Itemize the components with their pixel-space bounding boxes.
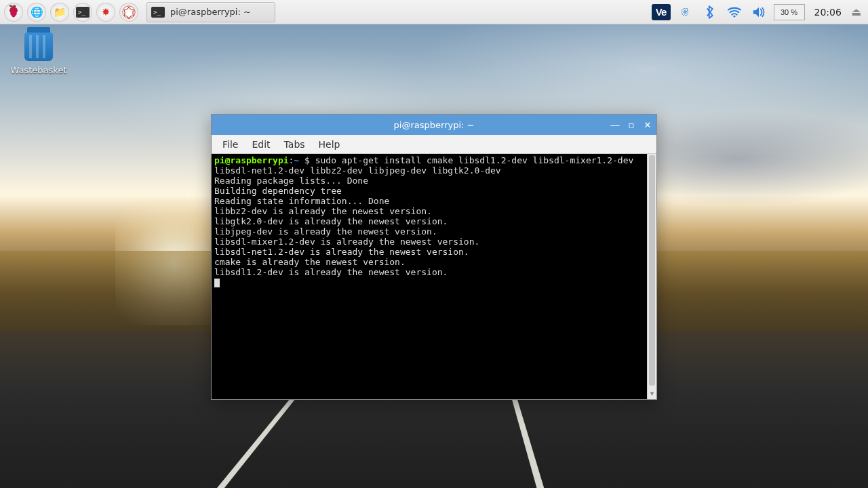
bluetooth-icon[interactable] bbox=[701, 4, 719, 20]
wifi-icon[interactable] bbox=[725, 4, 744, 20]
terminal-launcher-icon[interactable]: >_ bbox=[73, 3, 92, 22]
wastebasket-label: Wastebasket bbox=[9, 65, 68, 75]
mathematica-icon[interactable]: ✸ bbox=[96, 3, 115, 22]
menu-edit[interactable]: Edit bbox=[246, 138, 275, 151]
clock[interactable]: 20:06 bbox=[810, 7, 846, 18]
window-maximize-button[interactable]: ▫ bbox=[627, 120, 636, 130]
terminal-scrollbar[interactable]: ▾ bbox=[647, 154, 656, 399]
updates-icon[interactable]: ֎ bbox=[676, 4, 695, 20]
window-minimize-button[interactable]: ― bbox=[610, 120, 620, 130]
window-titlebar[interactable]: pi@raspberrypi: ~ ― ▫ ✕ bbox=[212, 115, 656, 135]
wolfram-icon[interactable] bbox=[119, 3, 138, 22]
menu-raspberry-icon[interactable] bbox=[4, 3, 23, 22]
trash-icon bbox=[24, 33, 53, 61]
eject-media-icon[interactable]: ⏏ bbox=[851, 5, 864, 18]
desktop-wastebasket[interactable]: Wastebasket bbox=[9, 33, 68, 75]
window-title: pi@raspberrypi: ~ bbox=[394, 120, 475, 130]
window-close-button[interactable]: ✕ bbox=[643, 120, 652, 130]
menu-file[interactable]: File bbox=[217, 138, 243, 151]
svg-point-1 bbox=[733, 15, 735, 17]
web-browser-icon[interactable]: 🌐 bbox=[27, 3, 46, 22]
menu-tabs[interactable]: Tabs bbox=[279, 138, 311, 151]
terminal-icon bbox=[151, 7, 165, 18]
clock-text: 20:06 bbox=[814, 7, 842, 18]
terminal-output-area[interactable]: pi@raspberrypi:~ $ sudo apt-get install … bbox=[212, 154, 647, 399]
scrollbar-down-arrow[interactable]: ▾ bbox=[648, 389, 656, 398]
cpu-usage-indicator[interactable]: 30 % bbox=[774, 4, 805, 20]
volume-icon[interactable] bbox=[749, 4, 768, 20]
file-manager-icon[interactable]: 📁 bbox=[50, 3, 69, 22]
taskbar-window-label: pi@raspberrypi: ~ bbox=[170, 7, 251, 17]
scrollbar-thumb[interactable] bbox=[649, 155, 655, 386]
terminal-window: pi@raspberrypi: ~ ― ▫ ✕ File Edit Tabs H… bbox=[211, 114, 657, 400]
vnc-server-icon[interactable]: V​e bbox=[652, 4, 671, 20]
cpu-usage-text: 30 % bbox=[781, 8, 797, 16]
top-panel: 🌐 📁 >_ ✸ pi@raspberrypi: ~ V​e ֎ 30 % 20… bbox=[0, 0, 868, 24]
system-tray: V​e ֎ 30 % 20:06 ⏏ bbox=[652, 4, 864, 20]
menu-help[interactable]: Help bbox=[313, 138, 346, 151]
window-menubar: File Edit Tabs Help bbox=[212, 135, 656, 154]
taskbar-window-button[interactable]: pi@raspberrypi: ~ bbox=[146, 2, 275, 22]
